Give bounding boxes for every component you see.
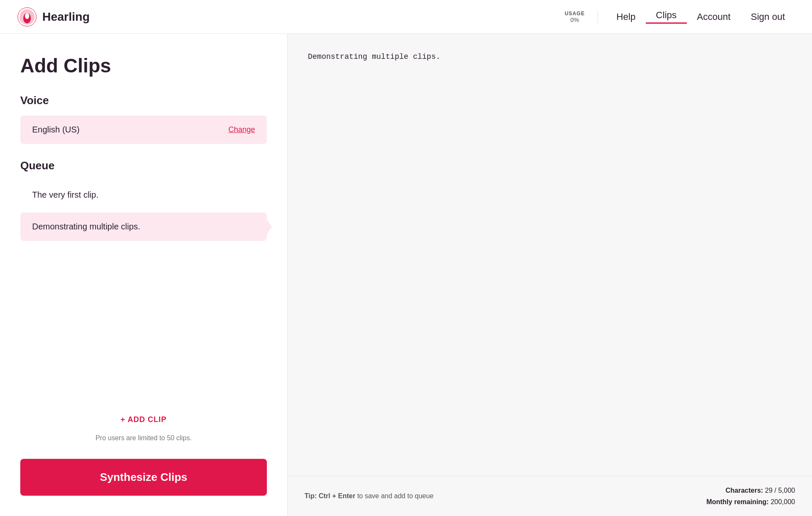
characters-value: 29 / 5,000 — [765, 487, 795, 494]
characters-label: Characters: — [725, 487, 763, 494]
header-nav: USAGE 0% Help Clips Account Sign out — [565, 10, 795, 24]
synthesize-clips-button[interactable]: Synthesize Clips — [20, 459, 267, 496]
queue-section-label: Queue — [20, 159, 267, 172]
nav-account[interactable]: Account — [687, 11, 741, 22]
text-preview-area[interactable]: Demonstrating multiple clips. — [288, 34, 812, 476]
tip-action: to save and add to queue — [357, 492, 434, 499]
clip-item-2-text: Demonstrating multiple clips. — [32, 222, 140, 231]
tip-label: Tip: — [304, 492, 317, 499]
char-info: Characters: 29 / 5,000 Monthly remaining… — [706, 485, 795, 508]
usage-value: 0% — [571, 17, 579, 23]
monthly-line: Monthly remaining: 200,000 — [706, 496, 795, 508]
right-panel: Demonstrating multiple clips. Tip: Ctrl … — [288, 34, 812, 516]
nav-signout[interactable]: Sign out — [741, 11, 795, 22]
logo-area: Hearling — [17, 7, 90, 27]
usage-block: USAGE 0% — [565, 11, 598, 23]
clip-item-1-text: The very first clip. — [32, 190, 99, 199]
preview-text: Demonstrating multiple clips. — [308, 52, 440, 61]
clip-item-1[interactable]: The very first clip. — [20, 181, 267, 209]
nav-help[interactable]: Help — [606, 11, 646, 22]
nav-clips[interactable]: Clips — [646, 10, 687, 24]
voice-name: English (US) — [32, 125, 80, 135]
logo-text: Hearling — [42, 10, 90, 24]
monthly-value: 200,000 — [771, 498, 795, 505]
main-layout: Add Clips Voice English (US) Change Queu… — [0, 34, 812, 516]
voice-selector: English (US) Change — [20, 116, 267, 144]
tip-shortcut: Ctrl + Enter — [318, 492, 355, 499]
left-panel: Add Clips Voice English (US) Change Queu… — [0, 34, 288, 516]
voice-section-label: Voice — [20, 94, 267, 107]
right-footer: Tip: Ctrl + Enter to save and add to que… — [288, 476, 812, 516]
svg-point-3 — [25, 13, 29, 19]
change-voice-link[interactable]: Change — [228, 125, 255, 134]
monthly-label: Monthly remaining: — [706, 498, 769, 505]
tip-text: Tip: Ctrl + Enter to save and add to que… — [304, 492, 433, 500]
bottom-actions: + ADD CLIP Pro users are limited to 50 c… — [0, 408, 287, 516]
clip-item-2[interactable]: Demonstrating multiple clips. — [20, 212, 267, 241]
usage-label: USAGE — [565, 11, 584, 17]
header: Hearling USAGE 0% Help Clips Account Sig… — [0, 0, 812, 34]
add-clip-button[interactable]: + ADD CLIP — [20, 408, 267, 431]
pro-limit-text: Pro users are limited to 50 clips. — [20, 434, 267, 442]
characters-line: Characters: 29 / 5,000 — [706, 485, 795, 496]
page-title: Add Clips — [20, 54, 267, 77]
logo-icon — [17, 7, 37, 27]
